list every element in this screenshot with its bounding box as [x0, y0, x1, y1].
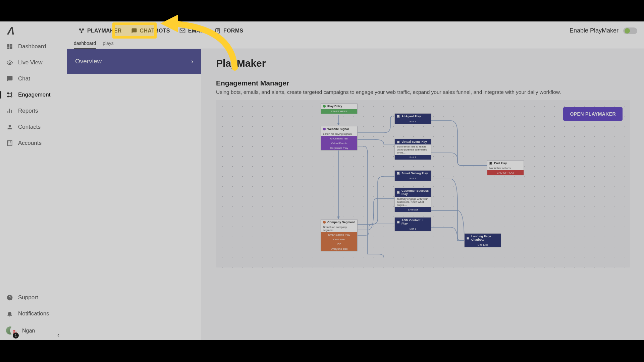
subtab-dashboard[interactable]: dashboard	[74, 41, 96, 49]
node-play-entry[interactable]: Play Entry START HERE	[321, 103, 358, 114]
svg-rect-5	[7, 141, 12, 146]
sidebar-spacer	[0, 151, 67, 290]
user-name: Ngan	[22, 328, 35, 334]
svg-rect-9	[82, 28, 84, 30]
chat-icon	[131, 28, 137, 34]
content: PlayMaker Engagement Manager Using bots,…	[201, 49, 644, 340]
flow-icon: ▣	[467, 236, 470, 240]
sidebar-label: Reports	[18, 108, 38, 114]
sidebar-label: Engagement	[18, 92, 50, 98]
enable-toggle[interactable]	[623, 27, 637, 34]
svg-rect-8	[79, 28, 81, 30]
tab-email[interactable]: EMAIL	[175, 24, 210, 37]
dashboard-icon	[6, 43, 13, 50]
flow-icon: ▣	[397, 115, 400, 118]
person-icon	[6, 123, 13, 131]
sidebar-label: Contacts	[18, 124, 41, 130]
sidebar-item-dashboard[interactable]: Dashboard	[0, 39, 67, 55]
sidebar-item-chat[interactable]: Chat	[0, 71, 67, 87]
flow-links	[216, 100, 630, 267]
chevron-left-icon[interactable]: ‹	[57, 331, 59, 339]
letterbox-top	[0, 0, 644, 21]
bell-icon	[6, 310, 13, 317]
dot-icon	[323, 128, 326, 130]
top-tabs: PLAYMAKER CHATBOTS EMAIL FORMS	[74, 24, 248, 37]
section-title: Engagement Manager	[216, 79, 630, 87]
toggle-knob	[625, 28, 630, 34]
flow-icon: ▣	[397, 172, 400, 175]
enable-label: Enable PlayMaker	[570, 27, 619, 34]
help-icon: ?	[6, 294, 13, 301]
flow-icon	[78, 28, 85, 34]
node-smart-selling[interactable]: ▣Smart Selling Play Exit 1	[394, 170, 431, 181]
sidebar-label: Dashboard	[18, 43, 46, 50]
content-row: Overview › PlayMaker Engagement Manager …	[67, 49, 644, 340]
main: PLAYMAKER CHATBOTS EMAIL FORMS Enable Pl…	[67, 21, 644, 340]
mail-icon	[179, 28, 185, 34]
sidebar-label: Notifications	[18, 310, 49, 317]
node-abm[interactable]: ▣ABM Contact + Play Exit 1	[394, 217, 431, 231]
sidebar-label: Accounts	[18, 140, 42, 146]
tab-chatbots[interactable]: CHATBOTS	[126, 24, 175, 37]
section-description: Using bots, emails, and alerts, create t…	[216, 89, 630, 95]
building-icon	[6, 139, 13, 147]
sidebar-label: Support	[18, 294, 38, 301]
svg-text:?: ?	[9, 296, 11, 300]
dot-icon	[323, 221, 326, 224]
flow-icon: ▣	[397, 220, 400, 224]
svg-marker-12	[337, 123, 340, 125]
node-website-signal[interactable]: Website Signal Listen for buying signals…	[321, 126, 358, 150]
chevron-right-icon: ›	[191, 58, 193, 65]
tab-label: PLAYMAKER	[87, 28, 122, 34]
sidebar-item-accounts[interactable]: Accounts	[0, 135, 67, 151]
sidebar-label: Live View	[18, 59, 42, 66]
sidebar: Λ Dashboard Live View Chat Engagement Re…	[0, 21, 67, 340]
eye-icon	[6, 59, 13, 66]
sidebar-item-engagement[interactable]: Engagement	[0, 87, 67, 103]
overview-label: Overview	[75, 58, 102, 65]
chat-icon	[6, 75, 13, 82]
svg-point-4	[11, 96, 12, 97]
overview-card[interactable]: Overview ›	[67, 49, 201, 74]
node-company-segment[interactable]: Company Segment Branch on company segmen…	[321, 219, 358, 251]
sidebar-item-reports[interactable]: Reports	[0, 103, 67, 119]
sidebar-label: Chat	[18, 75, 30, 82]
subtab-plays[interactable]: plays	[103, 41, 114, 49]
tab-label: CHATBOTS	[140, 28, 170, 34]
node-ai-agent[interactable]: ▣AI Agent Play Exit 1	[394, 113, 431, 124]
svg-point-2	[11, 93, 12, 94]
user-row[interactable]: g. 1 Ngan	[0, 322, 67, 337]
sidebar-item-liveview[interactable]: Live View	[0, 55, 67, 71]
tab-label: EMAIL	[188, 28, 205, 34]
topbar: PLAYMAKER CHATBOTS EMAIL FORMS Enable Pl…	[67, 21, 644, 40]
avatar-stack: g. 1	[5, 325, 19, 337]
flow-icon: ▣	[397, 191, 400, 194]
node-customer-success[interactable]: ▣Customer Success Play Tactfully engage …	[394, 188, 431, 212]
stop-icon: ▣	[489, 162, 492, 165]
page-title: PlayMaker	[216, 58, 630, 69]
tab-forms[interactable]: FORMS	[210, 24, 248, 37]
node-virtual-event[interactable]: ▣Virtual Event Play Build email lists to…	[394, 139, 431, 160]
notification-badge: 1	[13, 333, 19, 339]
logo: Λ	[0, 25, 67, 39]
letterbox-bottom	[0, 340, 644, 362]
app-shell: Λ Dashboard Live View Chat Engagement Re…	[0, 21, 644, 340]
engagement-icon	[6, 91, 13, 99]
flow-icon: ▣	[397, 140, 400, 143]
svg-rect-10	[81, 32, 83, 33]
svg-point-0	[9, 62, 11, 64]
sidebar-item-support[interactable]: ? Support	[0, 290, 67, 306]
form-icon	[215, 28, 221, 34]
dot-icon	[323, 105, 326, 108]
node-end-play[interactable]: ▣End Play No further actions END OF PLAY	[487, 160, 524, 175]
node-landing-chatbots[interactable]: ▣Landing Page Chatbots End Exit	[464, 233, 501, 247]
tab-label: FORMS	[223, 28, 243, 34]
tab-playmaker[interactable]: PLAYMAKER	[74, 24, 126, 37]
sidebar-item-notifications[interactable]: Notifications	[0, 306, 67, 322]
sidebar-item-contacts[interactable]: Contacts	[0, 119, 67, 135]
open-playmaker-button[interactable]: OPEN PLAYMAKER	[563, 107, 623, 121]
svg-point-1	[7, 93, 8, 94]
enable-playmaker: Enable PlayMaker	[570, 27, 637, 34]
subtabs: dashboard plays	[67, 40, 644, 49]
bar-chart-icon	[6, 107, 13, 115]
